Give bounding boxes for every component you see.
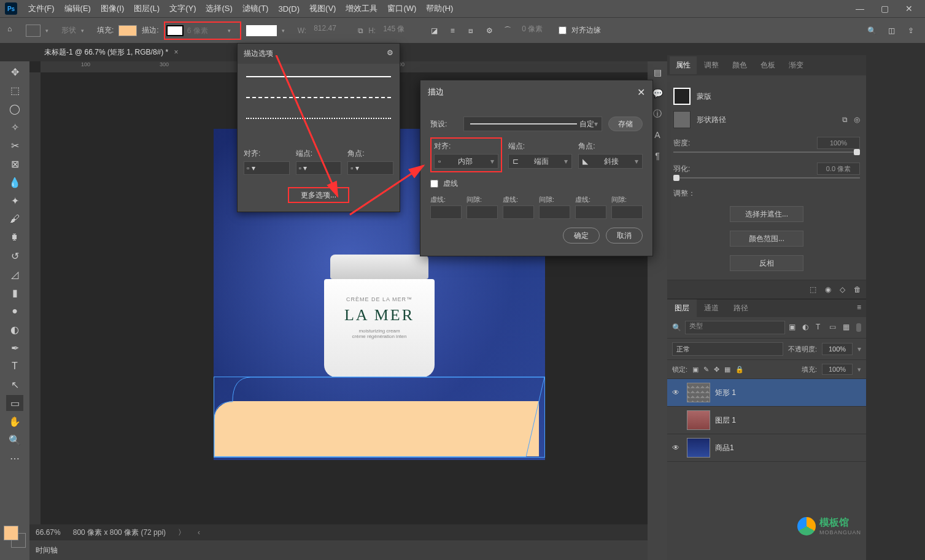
layer-thumb[interactable]: [687, 410, 710, 430]
stroke-style-dashed[interactable]: [246, 97, 391, 112]
layer-row-2[interactable]: 👁 商品1: [667, 434, 866, 462]
minimize-button[interactable]: —: [851, 2, 869, 15]
dialog-close-icon[interactable]: ✕: [637, 86, 645, 98]
menu-view[interactable]: 视图(V): [306, 2, 339, 15]
edit-toolbar[interactable]: ⋯: [6, 450, 23, 466]
fill-swatch[interactable]: [118, 25, 137, 36]
menu-image[interactable]: 图像(I): [97, 2, 128, 15]
panel-icon-3[interactable]: ⓘ: [651, 108, 664, 120]
menu-3d[interactable]: 3D(D): [274, 3, 303, 15]
zoom-tool[interactable]: 🔍: [6, 432, 23, 448]
select-mask-button[interactable]: 选择并遮住...: [730, 206, 803, 222]
history-brush-tool[interactable]: ↺: [6, 248, 23, 264]
gap1-input[interactable]: [466, 205, 498, 219]
dd-align-select[interactable]: ▫ ▾: [244, 161, 290, 175]
filter-smart-icon[interactable]: ▦: [843, 323, 853, 332]
wand-tool[interactable]: ✧: [6, 119, 23, 135]
feather-value[interactable]: 0.0 像素: [817, 163, 860, 175]
close-button[interactable]: ✕: [900, 2, 918, 15]
pen-tool[interactable]: ✒: [6, 340, 23, 356]
height-value[interactable]: 145 像: [381, 24, 422, 37]
menu-window[interactable]: 窗口(W): [384, 2, 420, 15]
footer-icon-1[interactable]: ⬚: [810, 285, 816, 294]
eraser-tool[interactable]: ◿: [6, 266, 23, 282]
status-arrow[interactable]: 〉: [178, 527, 185, 538]
layer-thumb[interactable]: [687, 383, 710, 402]
gradient-tool[interactable]: ▮: [6, 285, 23, 301]
search-icon[interactable]: 🔍: [865, 24, 878, 37]
rectangle-tool[interactable]: ▭: [6, 395, 23, 411]
canvas-shape-rect[interactable]: [214, 377, 545, 456]
document-tab[interactable]: 未标题-1 @ 66.7% (矩形 1, RGB/8#) * ×: [38, 44, 185, 60]
radius-input[interactable]: 0 像素: [519, 24, 554, 37]
arrange-icon[interactable]: ⧈: [464, 24, 478, 37]
footer-icon-3[interactable]: ◇: [840, 285, 845, 294]
stamp-tool[interactable]: ⧯: [6, 229, 23, 245]
save-preset-button[interactable]: 存储: [608, 117, 643, 131]
align-edges-checkbox[interactable]: [559, 26, 567, 34]
dash3-input[interactable]: [575, 205, 606, 219]
filter-text-icon[interactable]: T: [816, 323, 826, 332]
tab-layers[interactable]: 图层: [667, 299, 697, 317]
tab-paths[interactable]: 路径: [726, 299, 756, 317]
shape-thumb[interactable]: [673, 111, 691, 128]
link-icon[interactable]: ⧉: [842, 115, 848, 124]
lasso-tool[interactable]: ◯: [6, 101, 23, 117]
eyedropper-tool[interactable]: 💧: [6, 174, 23, 190]
tab-properties[interactable]: 属性: [670, 56, 697, 74]
tab-color[interactable]: 颜色: [726, 56, 753, 74]
layer-fill-value[interactable]: 100%: [822, 364, 853, 375]
width-value[interactable]: 812.47: [311, 24, 353, 37]
blend-mode-select[interactable]: 正常: [672, 342, 783, 356]
layer-thumb[interactable]: [687, 438, 710, 458]
filter-shape-icon[interactable]: ▭: [829, 323, 839, 332]
lock-pixels-icon[interactable]: ▣: [692, 366, 699, 374]
stroke-swatch[interactable]: [166, 25, 184, 36]
cap-select[interactable]: ⊏ 端面 ▾: [508, 154, 573, 169]
gap2-input[interactable]: [539, 205, 570, 219]
menu-select[interactable]: 选择(S): [202, 2, 236, 15]
stroke-style-dotted[interactable]: [246, 118, 391, 132]
footer-icon-4[interactable]: 🗑: [854, 285, 861, 294]
blur-tool[interactable]: ●: [6, 303, 23, 319]
home-icon[interactable]: ⌂: [7, 25, 21, 37]
lock-artboard-icon[interactable]: ▦: [724, 366, 730, 374]
tab-gradient[interactable]: 渐变: [783, 56, 810, 74]
link-wh-icon[interactable]: ⧉: [358, 26, 363, 35]
invert-button[interactable]: 反相: [730, 255, 803, 271]
dash2-input[interactable]: [503, 205, 534, 219]
menu-edit[interactable]: 编辑(E): [61, 2, 95, 15]
color-range-button[interactable]: 颜色范围...: [730, 231, 803, 247]
menu-layer[interactable]: 图层(L): [130, 2, 163, 15]
type-tool[interactable]: T: [6, 358, 23, 374]
dash1-input[interactable]: [430, 205, 462, 219]
dd-cap-select[interactable]: ▫ ▾: [296, 161, 342, 175]
dd-corner-select[interactable]: ▫ ▾: [347, 161, 393, 175]
layer-row-1[interactable]: 图层 1: [667, 407, 866, 434]
target-icon[interactable]: ◎: [854, 115, 860, 124]
lock-move-icon[interactable]: ✥: [714, 366, 719, 374]
visibility-icon[interactable]: 👁: [672, 388, 682, 397]
density-value[interactable]: 100%: [817, 137, 860, 149]
more-options-button[interactable]: 更多选项...: [288, 187, 349, 203]
workspace-icon[interactable]: ◫: [884, 24, 898, 37]
share-icon[interactable]: ⇪: [904, 24, 918, 37]
filter-toggle[interactable]: [856, 323, 861, 332]
menu-file[interactable]: 文件(F): [25, 2, 58, 15]
panel-icon-2[interactable]: 💬: [651, 87, 664, 99]
brush-tool[interactable]: 🖌: [6, 211, 23, 227]
dashed-checkbox[interactable]: [430, 180, 438, 188]
layer-filter-select[interactable]: 类型: [685, 321, 785, 334]
gap3-input[interactable]: [611, 205, 643, 219]
filter-adjust-icon[interactable]: ◐: [802, 323, 812, 332]
panel-icon-4[interactable]: A: [651, 129, 664, 141]
mask-icon[interactable]: [673, 88, 691, 105]
opacity-value[interactable]: 100%: [822, 343, 853, 355]
align-icon[interactable]: ≡: [446, 24, 459, 37]
menu-plugins[interactable]: 增效工具: [342, 2, 381, 15]
timeline-panel[interactable]: 时间轴: [29, 540, 648, 560]
maximize-button[interactable]: ▢: [876, 2, 893, 15]
heal-tool[interactable]: ✦: [6, 193, 23, 209]
panel-icon-5[interactable]: ¶: [651, 150, 664, 162]
fg-color[interactable]: [4, 526, 18, 540]
